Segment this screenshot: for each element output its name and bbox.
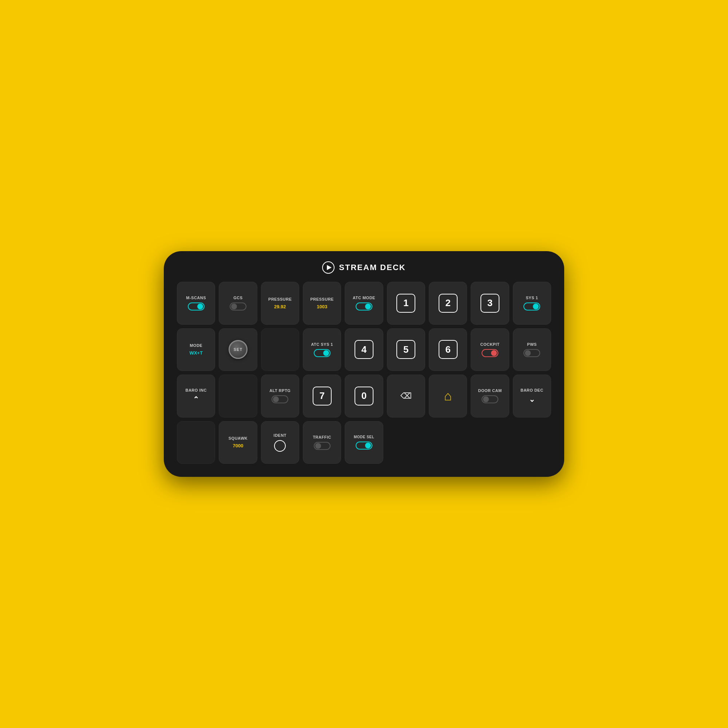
key-label-mode-sel: MODE SEL (354, 435, 374, 439)
toggle-alt-rptg[interactable] (272, 395, 288, 403)
key-door-cam[interactable]: DOOR CAM (471, 375, 509, 418)
stream-deck-logo-icon (322, 262, 335, 274)
key-atc-sys-1[interactable]: ATC SYS 1 (303, 328, 341, 371)
key-set[interactable]: SET (219, 328, 257, 371)
key-label-gcs: GCS (233, 295, 242, 300)
key-alt-rptg[interactable]: ALT RPTG (261, 375, 299, 418)
key-pws[interactable]: PWS (513, 328, 551, 371)
key-traffic[interactable]: TRAFFIC (303, 421, 341, 464)
toggle-m-scans[interactable] (188, 303, 205, 310)
chevron-up-icon: ⌃ (193, 395, 199, 404)
key-label-pressure-2: PRESSURE (310, 297, 334, 302)
key-cockpit[interactable]: COCKPIT (471, 328, 509, 371)
key-atc-mode[interactable]: ATC MODE (345, 282, 383, 325)
num-display-5: 5 (396, 340, 415, 359)
toggle-sys-1[interactable] (523, 303, 540, 310)
num-display-6: 6 (439, 340, 457, 359)
key-label-mode: MODE (190, 343, 202, 348)
chevron-down-icon: ⌄ (529, 395, 535, 404)
key-empty-r3c4 (219, 375, 257, 418)
key-num-2[interactable]: 2 (429, 282, 467, 325)
key-empty-r4c4 (177, 421, 215, 464)
key-num-0[interactable]: 0 (345, 375, 383, 418)
toggle-atc-mode[interactable] (356, 303, 372, 310)
ident-circle[interactable] (274, 440, 286, 452)
key-mode[interactable]: MODE WX+T (177, 328, 215, 371)
key-value-mode: WX+T (189, 350, 202, 356)
key-num-1[interactable]: 1 (387, 282, 425, 325)
toggle-mode-sel[interactable] (356, 442, 372, 450)
app-title: STREAM DECK (339, 263, 405, 272)
set-button[interactable]: SET (229, 340, 248, 359)
key-squawk[interactable]: SQUAWK 7000 (219, 421, 257, 464)
key-pressure-1[interactable]: PRESSURE 29.92 (261, 282, 299, 325)
key-backspace[interactable]: ⌫ (387, 375, 425, 418)
key-home[interactable]: ⌂ (429, 375, 467, 418)
svg-marker-1 (327, 265, 332, 270)
num-display-2: 2 (439, 294, 457, 313)
key-label-atc-mode: ATC MODE (353, 295, 375, 300)
key-label-alt-rptg: ALT RPTG (269, 388, 291, 393)
key-pressure-2[interactable]: PRESSURE 1003 (303, 282, 341, 325)
toggle-pws[interactable] (523, 349, 540, 357)
key-m-scans[interactable]: M-SCANS (177, 282, 215, 325)
key-label-door-cam: DOOR CAM (478, 388, 502, 393)
num-display-0: 0 (355, 387, 373, 405)
key-label-pressure-1: PRESSURE (268, 297, 292, 302)
key-mode-sel[interactable]: MODE SEL (345, 421, 383, 464)
key-label-baro-inc: BARO INC (185, 388, 206, 393)
key-label-sys-1: SYS 1 (526, 295, 538, 300)
key-gcs[interactable]: GCS (219, 282, 257, 325)
key-value-pressure-2: 1003 (317, 304, 327, 309)
key-sys-1[interactable]: SYS 1 (513, 282, 551, 325)
device-header: STREAM DECK (322, 262, 405, 274)
home-icon: ⌂ (444, 388, 452, 404)
stream-deck-device: STREAM DECK M-SCANS GCS PRESSURE 29.92 P… (164, 251, 564, 477)
num-display-3: 3 (480, 294, 499, 313)
key-num-5[interactable]: 5 (387, 328, 425, 371)
key-num-6[interactable]: 6 (429, 328, 467, 371)
backspace-icon: ⌫ (401, 391, 412, 401)
key-ident[interactable]: IDENT (261, 421, 299, 464)
toggle-atc-sys-1[interactable] (314, 349, 330, 357)
key-value-squawk: 7000 (233, 443, 243, 448)
key-baro-inc[interactable]: BARO INC ⌃ (177, 375, 215, 418)
key-label-pws: PWS (527, 342, 537, 347)
key-label-traffic: TRAFFIC (313, 435, 331, 440)
key-empty-r2c4 (261, 328, 299, 371)
key-num-4[interactable]: 4 (345, 328, 383, 371)
toggle-cockpit[interactable] (482, 349, 498, 357)
num-display-7: 7 (313, 387, 332, 405)
key-label-atc-sys-1: ATC SYS 1 (311, 342, 333, 347)
key-label-ident: IDENT (274, 433, 287, 438)
key-label-m-scans: M-SCANS (186, 295, 206, 300)
toggle-door-cam[interactable] (482, 395, 498, 403)
key-num-7[interactable]: 7 (303, 375, 341, 418)
num-display-1: 1 (396, 294, 415, 313)
key-label-cockpit: COCKPIT (480, 342, 499, 347)
toggle-traffic[interactable] (314, 442, 330, 450)
key-grid: M-SCANS GCS PRESSURE 29.92 PRESSURE 1003… (177, 282, 551, 464)
key-num-3[interactable]: 3 (471, 282, 509, 325)
key-value-pressure-1: 29.92 (274, 304, 286, 309)
key-baro-dec[interactable]: BARO DEC ⌄ (513, 375, 551, 418)
key-label-squawk: SQUAWK (229, 436, 248, 441)
toggle-gcs[interactable] (230, 303, 246, 310)
num-display-4: 4 (355, 340, 373, 359)
key-label-baro-dec: BARO DEC (520, 388, 543, 393)
